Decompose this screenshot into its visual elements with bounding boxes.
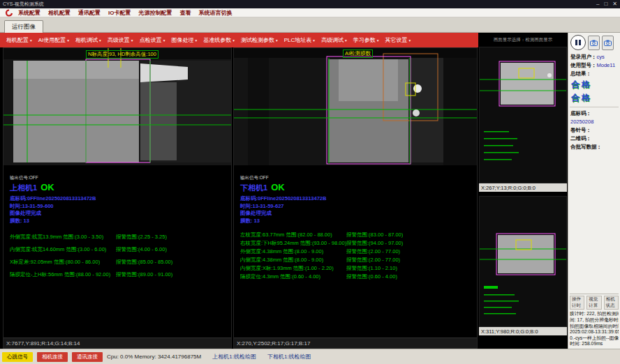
pause-icon [579, 40, 581, 45]
barcode-value: 20250208 [570, 119, 593, 125]
chevron-down-icon: ▾ [30, 38, 32, 43]
chevron-down-icon: ▾ [232, 38, 235, 43]
chevron-down-icon: ▾ [67, 38, 69, 43]
measurement-list: 外侧宽度:线宽13.9mm 范围:(3.00 - 3.50)报警范围:(2.25… [10, 231, 231, 281]
toolbar-button-learning-params[interactable]: 学习参数▾ [350, 35, 382, 45]
alarm-range-text: 报警范围:(85.00 - 85.00) [116, 256, 231, 268]
alarm-range-text: 报警范围:(89.00 - 91.00) [116, 268, 231, 281]
measurement-text: 内侧宽度:X标:1.93mm 范围:(1.00 - 2.20) [240, 264, 346, 273]
toolbar-button-advanced-debug[interactable]: 高级调试▾ [318, 35, 350, 45]
camera-connection-badge: 相机连接 [37, 352, 68, 362]
alarm-range-text: 报警范围:(1.10 - 2.10) [346, 264, 477, 273]
top-camera-info: 输出信号:OFF 上相机1 OK 底标码:0FFline202502081331… [3, 165, 231, 281]
timing-text: 时间: 258.09ms [570, 341, 619, 347]
toolbar-button-camera-debug[interactable]: 相机调试▾ [73, 35, 104, 45]
menubar: 系统配置 相机配置 通讯配置 IO卡配置 光源控制配置 查看 系统语言切换 [0, 8, 620, 17]
timing-tabs: 操作计时 视觉计算 相机状态 [570, 296, 619, 310]
model-value: Mode11 [597, 62, 616, 68]
top-view-annotation: N标高度:93, HD剩余高值:100 [86, 50, 158, 59]
top-camera-image[interactable]: N标高度:93, HD剩余高值:100 [3, 48, 231, 165]
alarm-range-text: 报警范围:(4.00 - 6.00) [116, 243, 231, 256]
pixel-coordinate-readout: X:267;Y:13;R:0;G:0;B:0 [479, 183, 567, 192]
barcode-label: 底标码： [570, 110, 591, 116]
top-camera-view: N标高度:93, HD剩余高值:100 输出信号:OFF 上相机1 OK 底标码… [3, 47, 232, 349]
pixel-coordinate-readout: X:311;Y:980;R:0;G:0;B:0 [479, 327, 567, 335]
measurement-text: X标定差:92.05mm 范围:(80.00 - 86.00) [10, 256, 116, 268]
heartbeat-badge: 心跳信号 [2, 352, 33, 362]
window-controls: – □ ✕ [596, 1, 617, 8]
measurement-row: 隔膜定位-上H标:56mm 范围:(88.00 - 92.00)报警范围:(89… [10, 268, 231, 281]
app-window: CYS-视觉检测系统 – □ ✕ 系统配置 相机配置 通讯配置 IO卡配置 光源… [0, 0, 620, 364]
minimize-button[interactable]: – [596, 1, 599, 8]
toolbar-button-image-process[interactable]: 图像处理▾ [168, 35, 200, 45]
toolbar-button-baseline-params[interactable]: 基准线参数▾ [200, 35, 237, 45]
divider [570, 107, 619, 107]
timestamp-text: 时间:13-31-59-627 [240, 203, 477, 211]
toolbar-button-spot-check[interactable]: 点检设置▾ [137, 35, 168, 45]
preview-bottom-image[interactable] [479, 196, 567, 327]
output-signal-text: 输出信号:OFF [10, 175, 231, 181]
chevron-down-icon: ▾ [163, 38, 165, 43]
toolbar-button-plc-table[interactable]: PLC地址表▾ [281, 35, 318, 45]
login-user-value: cys [597, 54, 605, 60]
chevron-down-icon: ▾ [131, 38, 133, 43]
measurement-text: 右枝宽度:下H标95.24mm 范围:(93.00 - 98.00) [240, 239, 346, 248]
alarm-range-text: 报警范围:(2.00 - 77.00) [346, 256, 477, 264]
chevron-down-icon: ▾ [99, 38, 101, 43]
camera-top-select-button[interactable] [588, 36, 600, 50]
bottom-camera-image[interactable]: AI检测膜数 [234, 48, 477, 165]
menu-item-comm-config[interactable]: 通讯配置 [78, 9, 101, 17]
barcode-text: 底标码:0FFline2025020813313472B [240, 195, 477, 203]
menu-item-io-config[interactable]: IO卡配置 [108, 9, 131, 17]
tab-camera-state[interactable]: 相机状态 [604, 296, 619, 310]
toolbar-button-ai-config[interactable]: AI使用配置▾ [36, 35, 72, 45]
measurement-row: X标定差:92.05mm 范围:(80.00 - 86.00)报警范围:(85.… [10, 256, 231, 268]
top-camera-scene [3, 48, 231, 165]
measurement-text: 隔膜定位:4.3mm 范围:(0.60 - 4.00) [240, 273, 346, 281]
menu-item-camera-config[interactable]: 相机配置 [48, 9, 71, 17]
bottom-camera-view: AI检测膜数 输出信号:OFF 下相机1 OK 底标码:0FFline20250… [233, 47, 478, 349]
measurement-text: 左枝宽度:63.77mm 范围:(82.00 - 88.00) [240, 231, 346, 239]
measurement-row: 左枝宽度:63.77mm 范围:(82.00 - 88.00)报警范围:(83.… [240, 231, 477, 239]
preview-top-image[interactable] [479, 47, 567, 183]
menu-item-light-config[interactable]: 光源控制配置 [138, 9, 172, 17]
bottom-camera-scene [234, 48, 477, 165]
total-result-value: 合格 [568, 78, 620, 91]
model-label: 使用型号： [570, 62, 597, 68]
chevron-down-icon: ▾ [195, 38, 197, 43]
display-mode-caption: 画面显示选择：检测画面显示 [478, 33, 568, 47]
camera-icon [604, 40, 612, 46]
pause-button[interactable] [570, 35, 586, 50]
measurement-text: 内侧宽度:4.38mm 范围:(8.00 - 9.00) [240, 256, 346, 264]
tab-run-image[interactable]: 运行图像 [4, 20, 43, 33]
preview-top-scene [480, 47, 566, 183]
toolbar-button-test-params[interactable]: 测试检测参数▾ [238, 35, 281, 45]
measurement-text: 内侧宽度:线宽14.60mm 范围:(3.00 - 6.00) [10, 243, 116, 256]
toolbar-button-camera-config[interactable]: 相机配置▾ [3, 35, 35, 45]
menu-item-view[interactable]: 查看 [179, 9, 191, 17]
timing-info-panel: 操作计时 视觉计算 相机状态 膜计时: 222, 拍照检测间隔时 间: 17, … [570, 294, 619, 347]
measurement-text: 外侧宽度:4.38mm 范围:(8.00 - 9.00) [240, 248, 346, 256]
toolbar: 相机配置▾ AI使用配置▾ 相机调试▾ 高级设置▾ 点检设置▾ 图像处理▾ 基准… [0, 33, 478, 47]
menu-item-system-config[interactable]: 系统配置 [18, 9, 40, 17]
chevron-down-icon: ▾ [345, 38, 347, 43]
menu-item-language-switch[interactable]: 系统语言切换 [198, 9, 232, 17]
camera-bottom-select-button[interactable] [602, 36, 614, 50]
comm-connection-badge: 通讯连接 [72, 352, 103, 362]
measurement-row: 外侧宽度:线宽13.9mm 范围:(3.00 - 3.50)报警范围:(2.25… [10, 231, 231, 243]
toolbar-button-other-settings[interactable]: 其它设置▾ [383, 35, 414, 45]
top-camera-mode-text: 上相机1:线检绘图 [212, 353, 256, 361]
alarm-range-text: 报警范围:(0.60 - 4.00) [346, 273, 477, 281]
toolbar-button-advanced-settings[interactable]: 高级设置▾ [105, 35, 136, 45]
measurement-row: 外侧宽度:4.38mm 范围:(8.00 - 9.00)报警范围:(2.00 -… [240, 248, 477, 256]
timestamp-text: 时间:13-31-59-600 [10, 203, 231, 211]
reel-number-label: 卷针号： [570, 127, 591, 133]
tab-vision-calc[interactable]: 视觉计算 [586, 296, 601, 310]
pixel-coordinate-readout: X:270,Y:2502;R:17;G:17;B:17 [234, 338, 477, 348]
barcode-text: 底标码:0FFline2025020813313472B [10, 195, 231, 203]
qr-code-label: 二维码： [570, 135, 591, 142]
maximize-button[interactable]: □ [604, 1, 607, 8]
measurement-text: 外侧宽度:线宽13.9mm 范围:(3.00 - 3.50) [10, 231, 116, 243]
close-button[interactable]: ✕ [612, 1, 617, 8]
tab-operation-timing[interactable]: 操作计时 [570, 296, 584, 310]
